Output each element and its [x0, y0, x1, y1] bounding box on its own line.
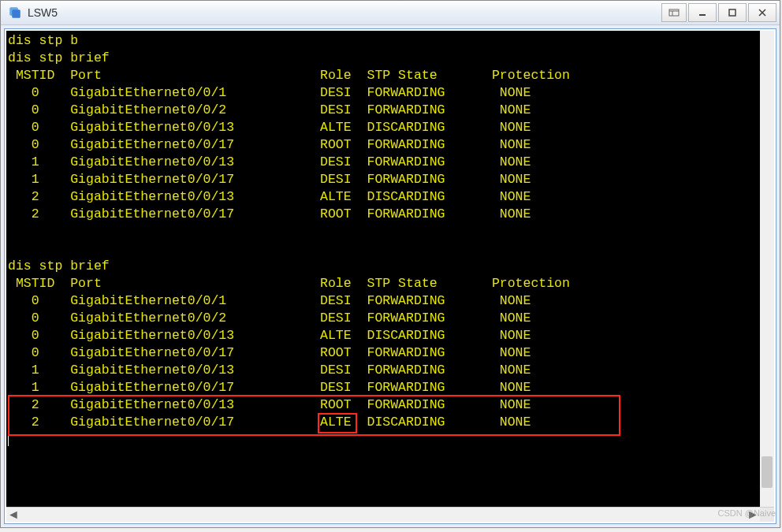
app-icon — [7, 5, 23, 20]
window-menu-button[interactable] — [661, 3, 687, 22]
scroll-left-icon[interactable]: ◄ — [6, 508, 20, 522]
app-window: LSW5 dis stp b dis stp brief MSTID Port … — [0, 0, 780, 528]
horizontal-scrollbar[interactable]: ◄ ► — [6, 507, 774, 522]
scroll-right-icon[interactable]: ► — [746, 508, 760, 522]
title-bar: LSW5 — [1, 1, 780, 25]
vertical-scrollbar[interactable] — [760, 31, 774, 507]
scrollbar-thumb[interactable] — [762, 456, 773, 488]
svg-rect-1 — [12, 9, 20, 18]
svg-rect-2 — [669, 9, 679, 16]
minimize-button[interactable] — [688, 3, 717, 22]
maximize-button[interactable] — [718, 3, 747, 22]
terminal-output[interactable]: dis stp b dis stp brief MSTID Port Role … — [6, 31, 774, 507]
close-button[interactable] — [748, 3, 776, 22]
window-title: LSW5 — [28, 6, 660, 19]
terminal-frame: dis stp b dis stp brief MSTID Port Role … — [1, 25, 780, 527]
window-controls — [660, 3, 776, 22]
svg-rect-6 — [729, 9, 735, 16]
